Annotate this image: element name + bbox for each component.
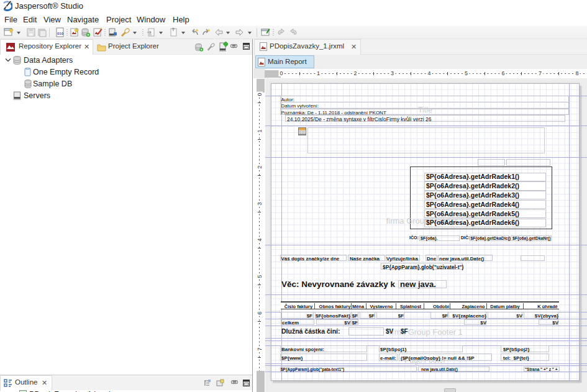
svg-text:010: 010 [57,32,64,35]
